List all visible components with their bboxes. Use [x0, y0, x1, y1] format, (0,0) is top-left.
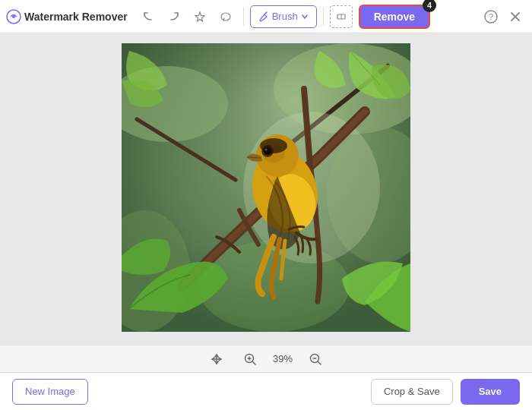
star-icon — [194, 11, 206, 23]
svg-point-3 — [221, 13, 230, 20]
help-icon: ? — [484, 10, 498, 24]
svg-line-25 — [247, 157, 261, 158]
brush-button[interactable]: Brush — [250, 5, 317, 28]
new-image-button[interactable]: New Image — [12, 379, 88, 405]
star-button[interactable] — [188, 5, 211, 28]
brush-label: Brush — [272, 11, 298, 22]
divider-1 — [243, 8, 244, 26]
image-container — [122, 43, 410, 335]
close-icon — [510, 11, 521, 22]
chat-icon — [220, 11, 232, 23]
crop-save-button[interactable]: Crop & Save — [371, 379, 453, 405]
zoom-out-icon — [309, 352, 322, 366]
zoom-out-button[interactable] — [305, 348, 326, 370]
svg-line-34 — [252, 361, 255, 364]
remove-button-wrapper: Remove 4 — [359, 5, 430, 29]
close-button[interactable] — [505, 6, 526, 27]
chevron-down-icon — [301, 13, 309, 20]
app-logo-icon — [6, 9, 21, 24]
divider-2 — [323, 8, 324, 26]
svg-line-37 — [318, 361, 321, 364]
remove-badge: 4 — [423, 0, 436, 12]
eraser-icon — [335, 11, 347, 23]
zoom-level: 39% — [273, 353, 293, 364]
zoom-in-icon — [243, 352, 257, 366]
bottombar: New Image Crop & Save Save — [0, 372, 532, 410]
canvas-area — [0, 33, 532, 345]
svg-point-30 — [260, 138, 287, 153]
svg-point-1 — [12, 15, 15, 18]
pan-icon — [210, 352, 223, 366]
zoom-in-button[interactable] — [239, 348, 261, 370]
svg-marker-2 — [195, 12, 204, 21]
statusbar: 39% — [0, 345, 532, 372]
svg-text:?: ? — [489, 12, 493, 21]
svg-line-4 — [264, 12, 267, 14]
pan-button[interactable] — [206, 348, 227, 370]
redo-button[interactable] — [163, 5, 185, 28]
chat-button[interactable] — [214, 5, 237, 28]
remove-button[interactable]: Remove — [359, 5, 430, 29]
app-logo: Watermark Remover — [6, 9, 128, 24]
save-button[interactable]: Save — [461, 379, 520, 405]
brush-icon — [258, 11, 269, 22]
toolbar: Watermark Remover Brush — [0, 0, 532, 33]
undo-icon — [142, 11, 154, 23]
undo-button[interactable] — [137, 5, 160, 28]
redo-icon — [168, 11, 180, 23]
help-button[interactable]: ? — [480, 6, 502, 27]
app-title: Watermark Remover — [24, 11, 128, 23]
bird-image[interactable] — [122, 43, 410, 332]
eraser-button[interactable] — [330, 5, 353, 28]
